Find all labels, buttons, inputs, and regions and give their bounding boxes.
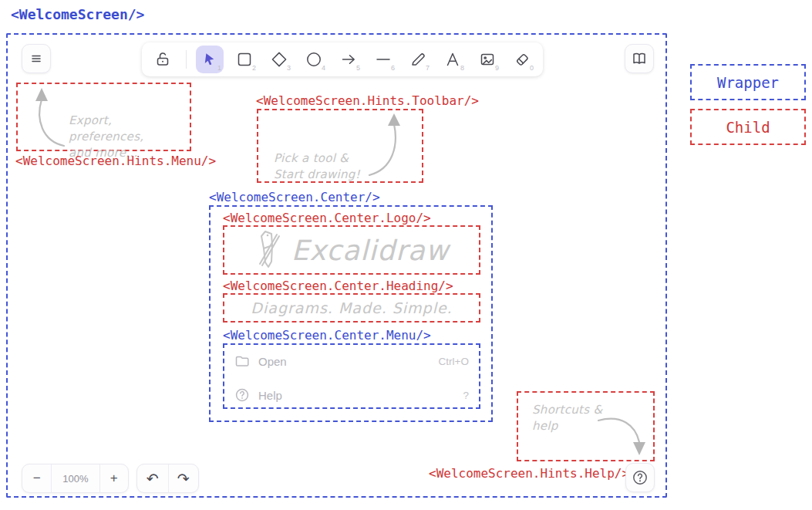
hints-help-box: Shortcuts & help <box>517 391 655 461</box>
image-icon <box>478 50 497 69</box>
curved-arrow-down-icon <box>595 411 649 459</box>
eraser-icon <box>513 50 531 69</box>
history-controls: ↶ ↷ <box>136 464 199 493</box>
tool-number: 1 <box>217 64 221 72</box>
welcome-screen-docs-figure: <WelcomeScreen/> 1 <box>0 0 812 510</box>
curved-arrow-up-icon <box>29 86 75 149</box>
ellipse-icon <box>305 50 323 69</box>
line-tool-button[interactable]: 6 <box>369 46 397 73</box>
undo-button[interactable]: ↶ <box>137 464 168 492</box>
hints-menu-box: Export, preferences, and more... <box>16 83 191 151</box>
welcome-screen-wrapper-box: 1 2 3 4 <box>6 33 667 498</box>
toolbar: 1 2 3 4 <box>142 42 543 76</box>
book-icon <box>630 49 649 68</box>
hints-help-label: <WelcomeScreen.Hints.Help/> <box>429 466 629 481</box>
zoom-level[interactable]: 100% <box>52 464 99 492</box>
menu-item-help[interactable]: Help ? <box>234 385 469 405</box>
hints-toolbar-label: <WelcomeScreen.Hints.Toolbar/> <box>256 93 479 108</box>
rectangle-tool-button[interactable]: 2 <box>231 46 258 73</box>
redo-button[interactable]: ↷ <box>168 464 198 492</box>
excalidraw-logo-icon <box>254 228 281 272</box>
diamond-icon <box>270 50 288 69</box>
center-box: <WelcomeScreen.Center.Logo/> Excalidraw … <box>209 205 493 422</box>
zoom-in-button[interactable]: + <box>100 464 128 492</box>
diamond-tool-button[interactable]: 3 <box>265 46 293 73</box>
zoom-controls: − 100% + <box>22 464 129 493</box>
center-menu-box: Open Ctrl+O Help ? <box>223 343 480 409</box>
text-icon <box>443 50 462 69</box>
tool-number: 8 <box>460 64 464 72</box>
center-heading-box: Diagrams. Made. Simple. <box>223 293 480 323</box>
rectangle-icon <box>235 50 254 69</box>
eraser-tool-button[interactable]: 0 <box>508 46 536 73</box>
legend-wrapper-label: Wrapper <box>717 74 779 91</box>
curved-arrow-up-icon <box>365 112 406 180</box>
arrow-tool-button[interactable]: 5 <box>335 46 362 73</box>
legend-child-box: Child <box>690 109 806 145</box>
menu-item-shortcut: Ctrl+O <box>439 356 469 367</box>
draw-tool-button[interactable]: 7 <box>404 46 432 73</box>
hints-menu-label: <WelcomeScreen.Hints.Menu/> <box>15 154 216 168</box>
excalidraw-logo-text: Excalidraw <box>291 235 449 266</box>
tool-number: 3 <box>287 64 291 72</box>
line-icon <box>374 50 393 69</box>
help-circle-icon <box>632 469 649 486</box>
cursor-icon <box>201 51 218 68</box>
legend-child-label: Child <box>726 119 770 136</box>
tool-number: 0 <box>530 64 534 72</box>
toolbar-divider <box>186 50 187 69</box>
pencil-icon <box>409 50 427 69</box>
zoom-out-button[interactable]: − <box>22 464 51 492</box>
ellipse-tool-button[interactable]: 4 <box>300 46 328 73</box>
image-tool-button[interactable]: 9 <box>473 46 501 73</box>
hint-toolbar-text: Pick a tool & Start drawing! <box>274 150 360 183</box>
unlocked-padlock-icon <box>153 50 172 69</box>
menu-item-label: Help <box>258 389 282 402</box>
center-heading-label: <WelcomeScreen.Center.Heading/> <box>223 279 453 293</box>
help-circle-icon <box>234 387 250 403</box>
selection-tool-button[interactable]: 1 <box>196 46 224 73</box>
folder-icon <box>234 353 250 369</box>
text-tool-button[interactable]: 8 <box>439 46 467 73</box>
legend-wrapper-box: Wrapper <box>690 64 806 100</box>
center-label: <WelcomeScreen.Center/> <box>209 190 380 204</box>
arrow-icon <box>339 50 358 69</box>
main-menu-button[interactable] <box>22 44 51 73</box>
center-logo-label: <WelcomeScreen.Center.Logo/> <box>223 211 431 225</box>
tool-number: 5 <box>356 64 360 72</box>
menu-item-open[interactable]: Open Ctrl+O <box>234 351 469 371</box>
tool-number: 4 <box>322 64 325 72</box>
menu-item-label: Open <box>258 355 287 368</box>
lock-tool-button[interactable] <box>149 46 177 73</box>
tool-number: 2 <box>252 64 256 72</box>
help-button[interactable] <box>625 463 655 492</box>
hamburger-icon <box>27 49 45 68</box>
center-heading-text: Diagrams. Made. Simple. <box>224 295 479 321</box>
tool-number: 9 <box>495 64 499 72</box>
hints-toolbar-box: Pick a tool & Start drawing! <box>257 109 423 183</box>
library-button[interactable] <box>625 44 654 73</box>
center-logo-box: Excalidraw <box>223 225 480 275</box>
tool-number: 6 <box>391 64 395 72</box>
menu-item-shortcut: ? <box>463 390 469 401</box>
page-title: <WelcomeScreen/> <box>11 6 144 22</box>
center-menu-label: <WelcomeScreen.Center.Menu/> <box>223 328 431 343</box>
tool-number: 7 <box>426 64 430 72</box>
hint-help-text: Shortcuts & help <box>532 402 602 434</box>
